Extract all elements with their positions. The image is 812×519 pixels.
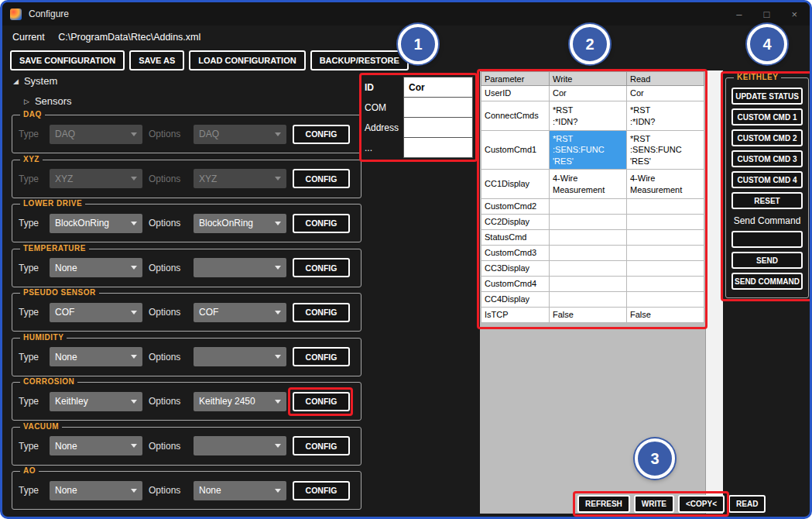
write-button[interactable]: WRITE	[634, 495, 674, 513]
options-dropdown-value: XYZ	[199, 174, 217, 184]
config-button[interactable]: CONFIG	[293, 258, 350, 277]
custom-cmd-1-button[interactable]: CUSTOM CMD 1	[731, 108, 803, 125]
section-title: LOWER DRIVE	[20, 199, 85, 208]
tree-expanded-icon[interactable]: ◢	[13, 77, 19, 85]
type-dropdown[interactable]: None	[50, 436, 142, 455]
chevron-down-icon	[275, 489, 281, 493]
close-button[interactable]: ×	[791, 9, 797, 20]
type-dropdown[interactable]: BlockOnRing	[50, 214, 142, 233]
write-cell[interactable]	[550, 261, 627, 277]
write-cell[interactable]: False	[550, 308, 627, 323]
tree-collapsed-icon[interactable]: ▷	[24, 98, 29, 105]
read-cell[interactable]	[627, 199, 704, 215]
options-dropdown[interactable]	[194, 258, 286, 277]
options-dropdown[interactable]: None	[194, 481, 286, 500]
corrosion-config-button[interactable]: CONFIG	[293, 392, 350, 411]
options-dropdown: XYZ	[194, 169, 286, 188]
config-sections: DAQ Type DAQ Options DAQ CONFIG XYZ	[12, 115, 361, 516]
param-name-cell: CustomCmd4	[481, 277, 550, 292]
reset-button[interactable]: RESET	[731, 192, 803, 209]
options-dropdown[interactable]: Keithley 2450	[194, 392, 286, 411]
copy-button[interactable]: <COPY<	[678, 495, 725, 513]
read-cell[interactable]	[627, 230, 704, 246]
read-cell[interactable]: Cor	[627, 86, 704, 101]
chevron-down-icon	[275, 444, 281, 448]
write-cell[interactable]	[550, 246, 627, 261]
section-lower-drive: LOWER DRIVE Type BlockOnRing Options Blo…	[12, 204, 361, 242]
read-button[interactable]: READ	[728, 495, 766, 513]
config-button[interactable]: CONFIG	[293, 347, 350, 366]
write-cell[interactable]	[550, 215, 627, 230]
write-cell[interactable]: Cor	[550, 86, 627, 101]
table-row: CC3Display	[481, 261, 704, 277]
config-button[interactable]: CONFIG	[293, 436, 350, 455]
write-cell[interactable]: *RST :*IDN?	[550, 101, 627, 131]
config-button[interactable]: CONFIG	[293, 303, 350, 322]
column-header-write: Write	[550, 72, 627, 86]
config-button[interactable]: CONFIG	[293, 125, 350, 144]
chevron-down-icon	[131, 222, 137, 225]
options-dropdown[interactable]: COF	[194, 303, 286, 322]
refresh-button[interactable]: REFRESH	[577, 495, 630, 513]
type-label: Type	[19, 441, 43, 452]
save-as-button[interactable]: SAVE AS	[129, 50, 184, 70]
chevron-down-icon	[131, 311, 137, 314]
section-title: HUMIDITY	[20, 333, 67, 342]
type-dropdown[interactable]: None	[50, 347, 142, 366]
write-cell[interactable]	[550, 292, 627, 308]
read-cell[interactable]: 4-Wire Measurement	[627, 170, 704, 199]
config-button[interactable]: CONFIG	[293, 214, 350, 233]
update-status-button[interactable]: UPDATE STATUS	[731, 88, 803, 105]
id-value-cell[interactable]: Cor	[403, 77, 473, 98]
section-title: DAQ	[20, 110, 45, 119]
custom-cmd-2-button[interactable]: CUSTOM CMD 2	[731, 129, 803, 146]
write-cell[interactable]: 4-Wire Measurement	[550, 170, 627, 199]
read-cell[interactable]	[627, 292, 704, 308]
write-cell[interactable]	[550, 277, 627, 292]
read-cell[interactable]	[627, 277, 704, 292]
chevron-down-icon	[275, 222, 281, 225]
config-button[interactable]: CONFIG	[293, 481, 350, 500]
type-dropdown[interactable]: Keithley	[50, 392, 142, 411]
read-cell[interactable]: *RST :*IDN?	[627, 101, 704, 131]
save-configuration-button[interactable]: SAVE CONFIGURATION	[10, 50, 125, 70]
custom-cmd-3-button[interactable]: CUSTOM CMD 3	[731, 150, 803, 167]
tree-item-system[interactable]: ◢ System	[13, 75, 57, 87]
write-cell[interactable]	[550, 230, 627, 246]
write-cell[interactable]	[550, 199, 627, 215]
send-button[interactable]: SEND	[731, 252, 803, 269]
options-dropdown[interactable]: BlockOnRing	[194, 214, 286, 233]
read-cell[interactable]	[627, 215, 704, 230]
minimize-button[interactable]: –	[736, 9, 742, 20]
backup-restore-button[interactable]: BACKUP/RESTORE	[310, 50, 409, 70]
read-cell[interactable]: False	[627, 308, 704, 323]
options-dropdown[interactable]	[194, 436, 286, 455]
read-cell[interactable]	[627, 261, 704, 277]
annotation-badge-2: 2	[570, 24, 610, 64]
address-value-cell[interactable]	[403, 117, 473, 138]
type-label: Type	[19, 485, 43, 496]
read-cell[interactable]	[627, 246, 704, 261]
id-label: ID	[365, 77, 403, 98]
section-pseudo-sensor: PSEUDO SENSOR Type COF Options COF CONFI…	[12, 293, 361, 332]
section-title: XYZ	[20, 155, 43, 163]
type-dropdown[interactable]: None	[50, 258, 142, 277]
maximize-button[interactable]: □	[764, 9, 770, 20]
more-value-cell[interactable]	[403, 137, 473, 158]
write-cell-selected[interactable]: *RST :SENS:FUNC 'RES'	[550, 131, 627, 170]
tree-item-sensors[interactable]: ▷ Sensors	[24, 95, 72, 107]
read-cell[interactable]: *RST :SENS:FUNC 'RES'	[627, 131, 704, 170]
type-dropdown: DAQ	[50, 125, 142, 144]
type-dropdown[interactable]: COF	[50, 303, 142, 322]
config-button[interactable]: CONFIG	[293, 169, 350, 188]
options-dropdown[interactable]	[194, 347, 286, 366]
type-dropdown[interactable]: None	[50, 481, 142, 500]
table-row: CC2Display	[481, 215, 704, 230]
send-command-input[interactable]	[731, 231, 803, 248]
com-value-cell[interactable]	[403, 97, 473, 118]
table-row: ...	[365, 137, 473, 158]
send-command-button[interactable]: SEND COMMAND	[731, 273, 803, 290]
load-configuration-button[interactable]: LOAD CONFIGURATION	[189, 50, 305, 70]
vertical-scrollbar[interactable]	[705, 70, 723, 514]
custom-cmd-4-button[interactable]: CUSTOM CMD 4	[731, 171, 803, 188]
